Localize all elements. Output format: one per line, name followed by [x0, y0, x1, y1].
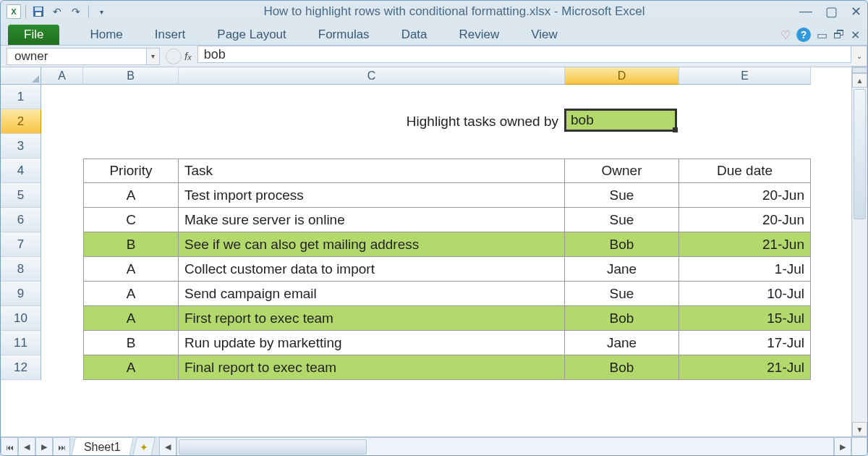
- col-header-c[interactable]: C: [179, 67, 565, 85]
- cell-priority[interactable]: B: [83, 232, 179, 257]
- cell-owner[interactable]: Bob: [565, 355, 679, 380]
- table-header-priority: Priority: [83, 159, 179, 183]
- help-icon[interactable]: ?: [796, 28, 811, 42]
- col-header-d[interactable]: D: [565, 67, 679, 85]
- title-bar: X ↶ ↷ ▾ How to highlight rows with condi…: [1, 1, 867, 22]
- row-header[interactable]: 7: [1, 232, 41, 257]
- scroll-down-icon[interactable]: ▼: [852, 422, 867, 436]
- horizontal-scrollbar[interactable]: ◀ ▶: [159, 437, 867, 456]
- table-header-due: Due date: [679, 159, 811, 183]
- cell-task[interactable]: Collect customer data to import: [179, 257, 565, 282]
- first-sheet-icon[interactable]: ⏮: [1, 437, 18, 456]
- tab-page-layout[interactable]: Page Layout: [201, 25, 302, 45]
- cell-task[interactable]: First report to exec team: [179, 306, 565, 331]
- scroll-up-icon[interactable]: ▲: [852, 73, 867, 88]
- cell-due[interactable]: 15-Jul: [679, 306, 811, 331]
- row-header[interactable]: 12: [1, 355, 41, 380]
- cell-due[interactable]: 20-Jun: [679, 183, 811, 208]
- cell-owner[interactable]: Bob: [565, 306, 679, 331]
- prompt-label: Highlight tasks owned by: [179, 109, 565, 134]
- cell-due[interactable]: 17-Jul: [679, 331, 811, 355]
- undo-icon[interactable]: ↶: [49, 4, 65, 20]
- cell-owner[interactable]: Sue: [565, 208, 679, 232]
- favorite-icon[interactable]: ♡: [780, 28, 791, 42]
- cell-task[interactable]: Make sure server is online: [179, 208, 565, 232]
- separator: [25, 5, 26, 18]
- tab-data[interactable]: Data: [386, 25, 443, 45]
- cell-owner[interactable]: Jane: [565, 257, 679, 282]
- name-box-dropdown-icon[interactable]: ▾: [147, 48, 160, 65]
- cell-owner[interactable]: Bob: [565, 232, 679, 257]
- worksheet-grid[interactable]: A B C D E 1 2 Highlight tasks owned by: [1, 67, 867, 436]
- row-header[interactable]: 8: [1, 257, 41, 282]
- scroll-thumb[interactable]: [179, 439, 367, 455]
- tab-insert[interactable]: Insert: [139, 25, 202, 45]
- row-header[interactable]: 5: [1, 183, 41, 208]
- col-header-b[interactable]: B: [83, 67, 179, 85]
- cell-priority[interactable]: A: [83, 306, 179, 331]
- cell-priority[interactable]: C: [83, 208, 179, 232]
- col-header-e[interactable]: E: [679, 67, 811, 85]
- cell-priority[interactable]: A: [83, 355, 179, 380]
- save-icon[interactable]: [30, 4, 46, 20]
- workbook-close-icon[interactable]: ✕: [851, 28, 860, 42]
- prev-sheet-icon[interactable]: ◀: [18, 437, 35, 456]
- split-handle-icon[interactable]: [851, 437, 867, 456]
- close-icon[interactable]: ✕: [851, 4, 861, 20]
- row-header[interactable]: 4: [1, 159, 41, 183]
- select-all-corner[interactable]: [1, 67, 41, 85]
- row-header[interactable]: 10: [1, 306, 41, 331]
- formula-bar-expand-icon[interactable]: ⌄: [851, 46, 867, 67]
- tab-view[interactable]: View: [515, 25, 574, 45]
- row-header[interactable]: 6: [1, 208, 41, 232]
- tab-review[interactable]: Review: [443, 25, 516, 45]
- row-header[interactable]: 11: [1, 331, 41, 355]
- svg-rect-1: [35, 7, 42, 11]
- minimize-icon[interactable]: —: [799, 4, 812, 20]
- cell-task[interactable]: See if we can also get mailing address: [179, 232, 565, 257]
- redo-icon[interactable]: ↷: [68, 4, 84, 20]
- cell-task[interactable]: Final report to exec team: [179, 355, 565, 380]
- tab-formulas[interactable]: Formulas: [302, 25, 386, 45]
- sheet-tab[interactable]: Sheet1: [71, 437, 133, 456]
- workbook-restore-icon[interactable]: 🗗: [833, 28, 845, 41]
- cell-due[interactable]: 20-Jun: [679, 208, 811, 232]
- col-header-a[interactable]: A: [41, 67, 83, 85]
- cell-due[interactable]: 1-Jul: [679, 257, 811, 282]
- maximize-icon[interactable]: ▢: [825, 4, 838, 20]
- scroll-right-icon[interactable]: ▶: [834, 437, 851, 456]
- ribbon-minimize-icon[interactable]: ▭: [817, 28, 827, 42]
- cell-due[interactable]: 10-Jul: [679, 282, 811, 306]
- cell-priority[interactable]: A: [83, 183, 179, 208]
- tab-home[interactable]: Home: [74, 25, 138, 45]
- row-header[interactable]: 3: [1, 134, 41, 159]
- row-header[interactable]: 9: [1, 282, 41, 306]
- cell-owner[interactable]: Jane: [565, 331, 679, 355]
- formula-input[interactable]: bob: [197, 46, 851, 63]
- row-header[interactable]: 1: [1, 85, 41, 109]
- cell-owner[interactable]: Sue: [565, 282, 679, 306]
- split-handle-icon[interactable]: [852, 67, 867, 73]
- last-sheet-icon[interactable]: ⏭: [53, 437, 70, 456]
- cell-priority[interactable]: A: [83, 257, 179, 282]
- vertical-scrollbar[interactable]: ▲ ▼: [851, 67, 867, 436]
- qat-customize-icon[interactable]: ▾: [93, 4, 109, 20]
- row-header[interactable]: 2: [1, 109, 41, 134]
- cell-task[interactable]: Test import process: [179, 183, 565, 208]
- new-sheet-icon[interactable]: ✦: [132, 437, 156, 456]
- cell-due[interactable]: 21-Jul: [679, 355, 811, 380]
- name-box[interactable]: owner: [7, 48, 147, 65]
- scroll-thumb[interactable]: [854, 89, 866, 219]
- cell-owner[interactable]: Sue: [565, 183, 679, 208]
- fx-icon[interactable]: fx: [184, 50, 192, 62]
- cell-task[interactable]: Run update by marketting: [179, 331, 565, 355]
- cell-due[interactable]: 21-Jun: [679, 232, 811, 257]
- formula-bar: owner ▾ fx bob ⌄: [1, 46, 867, 67]
- file-tab[interactable]: File: [8, 25, 59, 45]
- cell-priority[interactable]: A: [83, 282, 179, 306]
- cell-task[interactable]: Send campaign email: [179, 282, 565, 306]
- active-cell[interactable]: bob: [564, 109, 677, 132]
- cell-priority[interactable]: B: [83, 331, 179, 355]
- scroll-left-icon[interactable]: ◀: [159, 437, 176, 456]
- next-sheet-icon[interactable]: ▶: [35, 437, 53, 456]
